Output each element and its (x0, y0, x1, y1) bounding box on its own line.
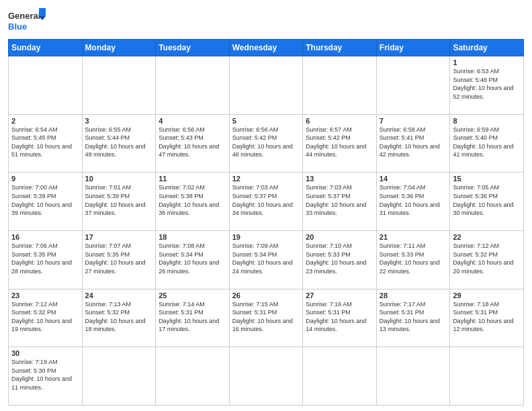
calendar-cell (82, 347, 156, 406)
cell-sun-info: Sunrise: 7:07 AMSunset: 5:35 PMDaylight:… (85, 242, 153, 275)
day-number: 12 (232, 175, 300, 183)
calendar-cell (9, 56, 83, 115)
calendar-cell: 2Sunrise: 6:54 AMSunset: 5:45 PMDaylight… (9, 114, 83, 173)
day-number: 22 (453, 233, 521, 241)
day-number: 1 (453, 58, 521, 66)
calendar-cell: 4Sunrise: 6:56 AMSunset: 5:43 PMDaylight… (156, 114, 230, 173)
cell-sun-info: Sunrise: 7:19 AMSunset: 5:30 PMDaylight:… (11, 358, 79, 392)
calendar-cell (156, 347, 230, 406)
day-number: 2 (11, 117, 79, 125)
calendar-header-row: SundayMondayTuesdayWednesdayThursdayFrid… (9, 40, 524, 56)
calendar-cell (82, 56, 156, 115)
calendar-week-1: 2Sunrise: 6:54 AMSunset: 5:45 PMDaylight… (9, 114, 524, 173)
calendar-cell: 12Sunrise: 7:03 AMSunset: 5:37 PMDayligh… (229, 173, 303, 231)
cell-sun-info: Sunrise: 7:02 AMSunset: 5:38 PMDaylight:… (159, 183, 226, 217)
day-number: 27 (306, 291, 373, 300)
day-number: 4 (159, 117, 226, 125)
day-number: 11 (159, 175, 226, 183)
day-number: 10 (85, 175, 153, 183)
calendar-cell: 24Sunrise: 7:13 AMSunset: 5:32 PMDayligh… (82, 289, 156, 347)
day-number: 16 (11, 233, 79, 241)
calendar-cell: 6Sunrise: 6:57 AMSunset: 5:42 PMDaylight… (303, 114, 377, 173)
day-number: 29 (453, 291, 521, 300)
day-number: 8 (453, 117, 521, 125)
calendar-cell: 18Sunrise: 7:08 AMSunset: 5:34 PMDayligh… (156, 230, 230, 289)
calendar-cell: 16Sunrise: 7:06 AMSunset: 5:35 PMDayligh… (9, 230, 83, 289)
calendar-cell (376, 347, 450, 406)
day-number: 6 (306, 117, 373, 125)
calendar-cell: 13Sunrise: 7:03 AMSunset: 5:37 PMDayligh… (303, 173, 377, 231)
calendar-cell: 21Sunrise: 7:11 AMSunset: 5:33 PMDayligh… (376, 230, 450, 289)
day-number: 28 (380, 291, 447, 300)
day-number: 30 (11, 349, 79, 357)
cell-sun-info: Sunrise: 7:03 AMSunset: 5:37 PMDaylight:… (232, 183, 300, 217)
cell-sun-info: Sunrise: 7:09 AMSunset: 5:34 PMDaylight:… (232, 242, 300, 275)
calendar-cell: 5Sunrise: 6:56 AMSunset: 5:42 PMDaylight… (229, 114, 303, 173)
calendar-cell: 8Sunrise: 6:59 AMSunset: 5:40 PMDaylight… (450, 114, 524, 173)
day-number: 25 (159, 291, 226, 300)
header: General Blue (8, 7, 524, 35)
calendar-cell: 10Sunrise: 7:01 AMSunset: 5:39 PMDayligh… (82, 173, 156, 231)
cell-sun-info: Sunrise: 6:54 AMSunset: 5:45 PMDaylight:… (11, 126, 79, 159)
cell-sun-info: Sunrise: 6:57 AMSunset: 5:42 PMDaylight:… (306, 126, 373, 159)
cell-sun-info: Sunrise: 6:58 AMSunset: 5:41 PMDaylight:… (380, 126, 447, 159)
cell-sun-info: Sunrise: 6:55 AMSunset: 5:44 PMDaylight:… (85, 126, 153, 159)
calendar-cell: 17Sunrise: 7:07 AMSunset: 5:35 PMDayligh… (82, 230, 156, 289)
calendar-cell (229, 347, 303, 406)
cell-sun-info: Sunrise: 7:04 AMSunset: 5:36 PMDaylight:… (380, 183, 447, 217)
day-number: 24 (85, 291, 153, 300)
cell-sun-info: Sunrise: 7:00 AMSunset: 5:39 PMDaylight:… (11, 183, 79, 217)
calendar-cell: 26Sunrise: 7:15 AMSunset: 5:31 PMDayligh… (229, 289, 303, 347)
cell-sun-info: Sunrise: 7:13 AMSunset: 5:32 PMDaylight:… (85, 300, 153, 334)
calendar-cell: 1Sunrise: 6:53 AMSunset: 5:46 PMDaylight… (450, 56, 524, 115)
day-header-wednesday: Wednesday (229, 40, 303, 56)
day-number: 3 (85, 117, 153, 125)
cell-sun-info: Sunrise: 7:10 AMSunset: 5:33 PMDaylight:… (306, 242, 373, 275)
cell-sun-info: Sunrise: 7:05 AMSunset: 5:36 PMDaylight:… (453, 183, 521, 217)
calendar-cell: 28Sunrise: 7:17 AMSunset: 5:31 PMDayligh… (376, 289, 450, 347)
calendar-cell: 7Sunrise: 6:58 AMSunset: 5:41 PMDaylight… (376, 114, 450, 173)
cell-sun-info: Sunrise: 7:11 AMSunset: 5:33 PMDaylight:… (380, 242, 447, 275)
calendar-cell: 9Sunrise: 7:00 AMSunset: 5:39 PMDaylight… (9, 173, 83, 231)
day-number: 5 (232, 117, 300, 125)
calendar-cell: 19Sunrise: 7:09 AMSunset: 5:34 PMDayligh… (229, 230, 303, 289)
cell-sun-info: Sunrise: 6:53 AMSunset: 5:46 PMDaylight:… (453, 67, 521, 101)
cell-sun-info: Sunrise: 7:03 AMSunset: 5:37 PMDaylight:… (306, 183, 373, 217)
cell-sun-info: Sunrise: 7:12 AMSunset: 5:32 PMDaylight:… (453, 242, 521, 275)
calendar-week-5: 30Sunrise: 7:19 AMSunset: 5:30 PMDayligh… (9, 347, 524, 406)
day-number: 23 (11, 291, 79, 300)
day-header-friday: Friday (376, 40, 450, 56)
calendar-cell: 23Sunrise: 7:12 AMSunset: 5:32 PMDayligh… (9, 289, 83, 347)
day-number: 15 (453, 175, 521, 183)
calendar-cell (376, 56, 450, 115)
svg-text:Blue: Blue (8, 21, 27, 32)
day-number: 17 (85, 233, 153, 241)
calendar-cell: 20Sunrise: 7:10 AMSunset: 5:33 PMDayligh… (303, 230, 377, 289)
cell-sun-info: Sunrise: 7:06 AMSunset: 5:35 PMDaylight:… (11, 242, 79, 275)
day-number: 19 (232, 233, 300, 241)
cell-sun-info: Sunrise: 6:56 AMSunset: 5:42 PMDaylight:… (232, 126, 300, 159)
cell-sun-info: Sunrise: 6:59 AMSunset: 5:40 PMDaylight:… (453, 126, 521, 159)
calendar-cell: 30Sunrise: 7:19 AMSunset: 5:30 PMDayligh… (9, 347, 83, 406)
cell-sun-info: Sunrise: 7:15 AMSunset: 5:31 PMDaylight:… (232, 300, 300, 334)
calendar-cell: 29Sunrise: 7:18 AMSunset: 5:31 PMDayligh… (450, 289, 524, 347)
day-number: 9 (11, 175, 79, 183)
cell-sun-info: Sunrise: 7:01 AMSunset: 5:39 PMDaylight:… (85, 183, 153, 217)
day-header-sunday: Sunday (9, 40, 83, 56)
calendar-cell: 15Sunrise: 7:05 AMSunset: 5:36 PMDayligh… (450, 173, 524, 231)
calendar-cell (229, 56, 303, 115)
logo: General Blue (8, 7, 48, 35)
calendar-cell (156, 56, 230, 115)
day-number: 18 (159, 233, 226, 241)
calendar-cell: 14Sunrise: 7:04 AMSunset: 5:36 PMDayligh… (376, 173, 450, 231)
cell-sun-info: Sunrise: 7:16 AMSunset: 5:31 PMDaylight:… (306, 300, 373, 334)
calendar-cell (303, 347, 377, 406)
cell-sun-info: Sunrise: 7:18 AMSunset: 5:31 PMDaylight:… (453, 300, 521, 334)
calendar-cell (450, 347, 524, 406)
day-number: 7 (380, 117, 447, 125)
calendar-week-2: 9Sunrise: 7:00 AMSunset: 5:39 PMDaylight… (9, 173, 524, 231)
day-header-thursday: Thursday (303, 40, 377, 56)
calendar-cell: 22Sunrise: 7:12 AMSunset: 5:32 PMDayligh… (450, 230, 524, 289)
cell-sun-info: Sunrise: 7:17 AMSunset: 5:31 PMDaylight:… (380, 300, 447, 334)
day-number: 20 (306, 233, 373, 241)
